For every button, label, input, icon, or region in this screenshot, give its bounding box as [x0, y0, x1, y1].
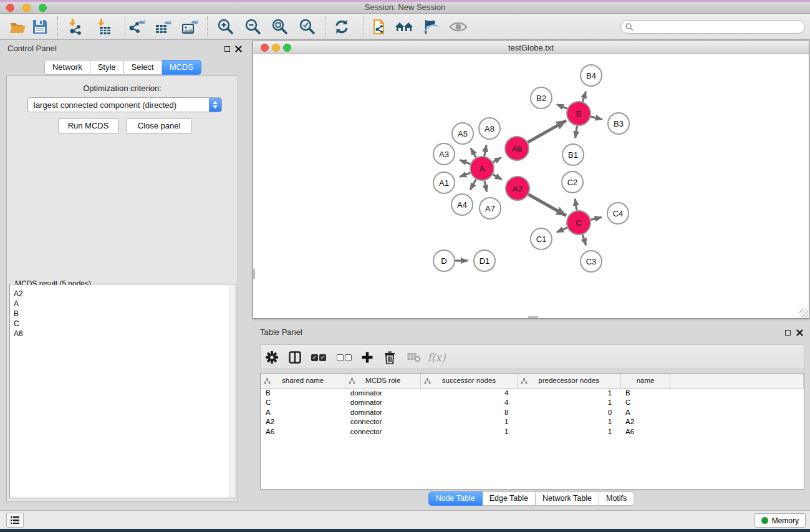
column-header-successor-nodes[interactable]: successor nodes — [421, 374, 518, 388]
cell[interactable]: C — [261, 398, 345, 408]
edge-C-C2[interactable] — [575, 199, 577, 211]
table-row-a[interactable]: Adominator80A — [261, 407, 804, 417]
float-table-panel-button[interactable] — [784, 329, 791, 336]
result-item-a[interactable]: A — [14, 299, 229, 309]
edge-C-C3[interactable] — [582, 235, 586, 245]
node-C[interactable]: C — [567, 211, 591, 235]
cell[interactable]: 4 — [421, 388, 518, 398]
cell[interactable]: dominator — [345, 398, 421, 408]
table-tab-node-table[interactable]: Node Table — [428, 491, 483, 506]
edge-A-A2[interactable] — [493, 175, 501, 180]
vertical-scroll-indicator[interactable] — [253, 269, 255, 279]
cell[interactable]: A6 — [261, 427, 345, 437]
edge-A-A5[interactable] — [471, 148, 476, 158]
refresh-view-button[interactable] — [331, 16, 352, 37]
network-from-document-button[interactable] — [369, 16, 390, 37]
run-mcds-button[interactable]: Run MCDS — [58, 118, 118, 133]
result-item-a2[interactable]: A2 — [14, 289, 229, 299]
edge-A-A4[interactable] — [470, 180, 476, 190]
edge-A-A1[interactable] — [460, 173, 470, 177]
edge-B-B4[interactable] — [582, 92, 586, 102]
cell[interactable]: A6 — [620, 427, 670, 437]
node-A2[interactable]: A2 — [506, 177, 529, 200]
cell[interactable]: B — [261, 388, 345, 398]
edge-A-A8[interactable] — [485, 145, 486, 157]
criterion-select[interactable]: largest connected component (directed) — [27, 97, 222, 112]
node-A[interactable]: A — [470, 157, 494, 180]
zoom-out-button[interactable] — [242, 16, 263, 37]
node-C1[interactable]: C1 — [531, 228, 552, 249]
node-A1[interactable]: A1 — [433, 172, 455, 193]
tab-style[interactable]: Style — [90, 60, 124, 75]
cell[interactable]: connector — [345, 417, 421, 427]
resize-gripper[interactable] — [799, 309, 808, 317]
export-network-button[interactable] — [125, 16, 147, 37]
node-C4[interactable]: C4 — [607, 203, 629, 224]
open-file-button[interactable] — [7, 16, 28, 37]
node-B2[interactable]: B2 — [531, 87, 552, 109]
cell[interactable]: A2 — [620, 417, 670, 427]
cell[interactable]: C — [620, 398, 670, 408]
table-row-b[interactable]: Bdominator41B — [261, 388, 804, 398]
cell[interactable]: 1 — [517, 398, 620, 408]
cell[interactable]: 8 — [421, 407, 518, 417]
close-panel-button[interactable] — [234, 45, 242, 52]
edge-C-C1[interactable] — [557, 228, 567, 232]
edge-A2-C[interactable] — [528, 195, 566, 216]
zoom-fit-button[interactable] — [269, 16, 290, 37]
edge-B-B2[interactable] — [557, 104, 567, 109]
hide-annotations-button[interactable] — [420, 16, 441, 37]
select-all-button[interactable]: ✓✓ — [310, 349, 327, 366]
node-C3[interactable]: C3 — [581, 251, 602, 272]
node-A4[interactable]: A4 — [451, 194, 473, 215]
column-header-shared-name[interactable]: shared name — [261, 374, 345, 388]
node-B1[interactable]: B1 — [562, 144, 584, 165]
cell[interactable]: 1 — [517, 388, 620, 398]
node-A7[interactable]: A7 — [480, 198, 501, 219]
edge-A-A3[interactable] — [460, 160, 470, 164]
zoom-in-button[interactable] — [215, 16, 236, 37]
table-row-c[interactable]: Cdominator41C — [261, 398, 804, 408]
result-item-c[interactable]: C — [14, 319, 229, 329]
network-window-titlebar[interactable]: testGlobe.txt — [253, 41, 809, 54]
table-settings-button[interactable] — [263, 349, 281, 366]
node-C2[interactable]: C2 — [562, 172, 583, 193]
home-button[interactable] — [393, 16, 415, 37]
node-A6[interactable]: A6 — [505, 137, 529, 160]
cell[interactable]: dominator — [345, 388, 421, 398]
save-session-button[interactable] — [29, 16, 51, 37]
result-scrollbar[interactable] — [229, 285, 236, 498]
node-D1[interactable]: D1 — [474, 250, 495, 271]
create-column-button[interactable] — [359, 349, 376, 366]
edge-A-A6[interactable] — [493, 157, 501, 162]
import-table-button[interactable] — [93, 16, 114, 37]
cell[interactable]: 0 — [517, 407, 620, 417]
close-table-panel-button[interactable] — [796, 329, 803, 336]
cell[interactable]: dominator — [345, 407, 421, 417]
edge-B-B1[interactable] — [576, 126, 577, 138]
table-tab-motifs[interactable]: Motifs — [599, 491, 634, 506]
horizontal-scroll-indicator[interactable] — [528, 316, 538, 318]
node-B3[interactable]: B3 — [608, 113, 629, 134]
cell[interactable]: 1 — [517, 427, 620, 437]
result-item-a6[interactable]: A6 — [14, 329, 229, 339]
edge-A6-B[interactable] — [528, 120, 566, 142]
deselect-all-button[interactable] — [335, 349, 353, 366]
search-input[interactable] — [636, 22, 792, 31]
node-B[interactable]: B — [567, 102, 591, 125]
cell[interactable]: B — [620, 388, 670, 398]
cell[interactable]: A2 — [261, 417, 345, 427]
cell[interactable]: A — [620, 407, 670, 417]
network-graph[interactable]: B4B2BB3A8A5A6A3B1AC2A1A2A4A7C4CC1C3DD1 — [253, 54, 809, 318]
cell[interactable]: 1 — [421, 427, 518, 437]
export-table-button[interactable] — [152, 16, 173, 37]
tab-network[interactable]: Network — [44, 60, 90, 75]
import-network-button[interactable] — [64, 16, 85, 37]
result-item-b[interactable]: B — [14, 309, 229, 319]
column-header-name[interactable]: name — [620, 374, 670, 388]
network-canvas[interactable]: B4B2BB3A8A5A6A3B1AC2A1A2A4A7C4CC1C3DD1 — [253, 54, 809, 318]
show-columns-button[interactable] — [286, 349, 304, 366]
node-D[interactable]: D — [433, 250, 455, 271]
table-row-a2[interactable]: A2connector11A2 — [261, 417, 804, 427]
node-A5[interactable]: A5 — [452, 123, 473, 144]
